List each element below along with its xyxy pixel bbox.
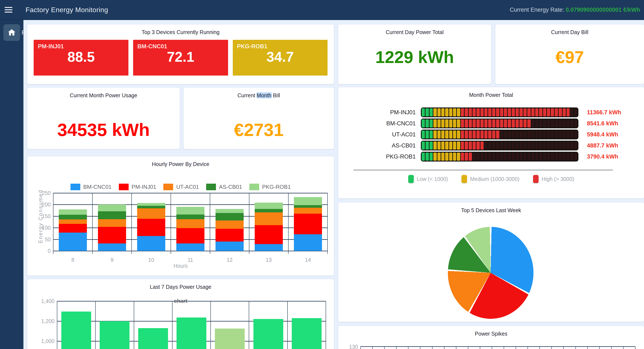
- gauge-cell: [539, 153, 542, 161]
- y-tick: 1,000: [41, 338, 57, 344]
- card-title: Top 3 Devices Currently Running: [27, 24, 334, 35]
- gauge-cell: [558, 153, 562, 161]
- gauge-cell: [516, 130, 519, 139]
- stacked-bar-segment: [98, 219, 126, 227]
- y-tick: 0: [48, 248, 53, 254]
- gauge-row: UT-AC015948.4 kWh: [338, 129, 644, 140]
- gauge-cell: [535, 153, 538, 161]
- stacked-bar-segment: [137, 219, 165, 236]
- legend-item: PM-INJ01: [119, 184, 156, 190]
- y-tick: 50: [45, 236, 53, 242]
- gauge-cell: [547, 108, 550, 116]
- gauge-cell: [496, 119, 499, 127]
- stacked-bar-segment: [98, 227, 126, 243]
- gauge-cell: [472, 108, 476, 116]
- gauge-cell: [465, 153, 468, 161]
- stacked-bar-segment: [176, 215, 204, 219]
- hourly-legend: BM-CNC01PM-INJ01UT-AC01AS-CB01PKG-ROB1: [27, 184, 334, 190]
- stacked-bar-segment: [137, 206, 165, 208]
- x-tick: 10: [132, 257, 171, 263]
- gauge-cell: [558, 119, 562, 127]
- legend-item: Low (< 1000): [408, 175, 448, 183]
- stacked-bar-segment: [137, 203, 165, 206]
- gauge-cell: [555, 119, 558, 127]
- hourly-stacked-bar-chart: 050100150200250891011121314: [53, 193, 328, 251]
- gauge-cell: [441, 130, 444, 139]
- gauge-cell: [543, 141, 546, 150]
- axis-tick: [384, 347, 384, 349]
- gauge-cell: [566, 153, 570, 161]
- gauge-cell: [465, 108, 468, 116]
- stacked-bar-segment: [216, 220, 244, 229]
- stacked-bar-segment: [294, 197, 322, 205]
- gauge-cell: [430, 141, 433, 150]
- gauge-cell: [570, 108, 574, 116]
- dashboard-content: Top 3 Devices Currently Running PM-INJ01…: [24, 20, 644, 349]
- gauge-cell: [574, 108, 578, 116]
- gauge-cell: [426, 119, 429, 127]
- axis-tick: [408, 347, 408, 349]
- stacked-bar-segment: [294, 205, 322, 208]
- axis-tick: [540, 347, 540, 349]
- stacked-bar-segment: [176, 207, 204, 215]
- card-hourly-power: Hourly Power By Device BM-CNC01PM-INJ01U…: [27, 156, 334, 276]
- gauge-cell: [434, 153, 436, 161]
- gauge-cell: [441, 153, 444, 161]
- gridline-v: [327, 193, 328, 254]
- stacked-bar-segment: [216, 209, 244, 213]
- legend-label: BM-CNC01: [83, 184, 112, 190]
- gauge-cell: [457, 141, 460, 150]
- axis-tick: [396, 347, 396, 349]
- stacked-bar-segment: [255, 203, 283, 209]
- card-last7-power: Last 7 Days Power Usage chart 1,4001,200…: [27, 279, 334, 349]
- gauge-cell: [453, 119, 456, 127]
- gauge-cell: [476, 119, 480, 127]
- gridline-v: [249, 193, 250, 254]
- gauge-cell: [469, 130, 472, 139]
- legend-item: BM-CNC01: [70, 184, 112, 190]
- energy-rate-value: 0.0790900000000001 €/kWh: [566, 6, 640, 13]
- gauge-cell: [555, 108, 558, 116]
- gauge-row: PKG-ROB13790.4 kWh: [338, 151, 644, 162]
- gauge-cell: [496, 108, 499, 116]
- bar: [100, 321, 130, 349]
- gauge-cell: [484, 108, 488, 116]
- gauge-cell: [430, 119, 433, 127]
- gauge-cell: [492, 153, 495, 161]
- sidebar: F: [0, 20, 24, 349]
- gauge-cell: [535, 130, 538, 139]
- legend-item: AS-CB01: [206, 184, 242, 190]
- device-tile-value: 88.5: [34, 49, 128, 65]
- card-top3-devices: Top 3 Devices Currently Running PM-INJ01…: [27, 24, 334, 84]
- axis-tick: [528, 347, 528, 349]
- gauge-cell: [500, 119, 503, 127]
- axis-tick: [372, 347, 373, 349]
- stacked-bar-segment: [98, 243, 126, 251]
- gauge-cell: [520, 108, 522, 116]
- divider: [354, 170, 613, 170]
- gauge-cell: [492, 119, 495, 127]
- day-bill-value: €97: [495, 47, 644, 67]
- hamburger-menu-icon[interactable]: [5, 5, 18, 14]
- legend-label: PM-INJ01: [132, 184, 156, 190]
- gauge-cell: [504, 153, 507, 161]
- gauge-cell: [434, 130, 436, 139]
- gauge-cell: [430, 153, 433, 161]
- gauge-cell: [457, 153, 460, 161]
- card-month-bill: Current Month Bill €2731: [184, 88, 334, 149]
- gridline-h: [53, 204, 328, 205]
- last7-bar-chart: 1,4001,2001,000: [57, 301, 326, 349]
- gauge-cell: [508, 119, 511, 127]
- gauge-cell: [500, 141, 503, 150]
- gauge-cell: [453, 153, 456, 161]
- gauge-row: BM-CNC018541.6 kWh: [338, 118, 644, 129]
- gauge-cell: [527, 119, 530, 127]
- gauge-cell: [524, 141, 527, 150]
- device-tile: BM-CNC0172.1: [133, 40, 228, 75]
- bar: [176, 318, 206, 349]
- month-bill-value: €2731: [184, 120, 334, 140]
- gauge-cell: [570, 119, 574, 127]
- home-button[interactable]: [4, 24, 20, 41]
- gauge-cell: [516, 108, 519, 116]
- gauge-cell: [453, 130, 456, 139]
